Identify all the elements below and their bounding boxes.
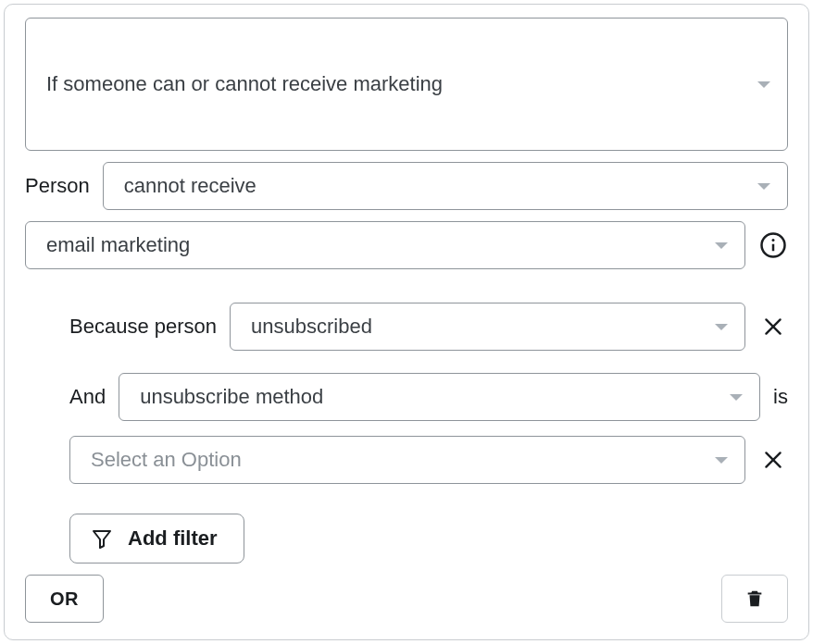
person-row: Person cannot receive: [25, 162, 788, 210]
chevron-down-icon: [757, 183, 770, 190]
person-label: Person: [25, 174, 90, 198]
reason-row: Because person unsubscribed: [69, 303, 788, 351]
receive-state-select[interactable]: cannot receive: [103, 162, 788, 210]
or-label: OR: [50, 588, 79, 609]
and-label: And: [69, 385, 106, 409]
filter-icon: [91, 527, 113, 550]
chevron-down-icon: [715, 324, 728, 330]
add-filter-button[interactable]: Add filter: [69, 514, 244, 564]
is-label: is: [773, 385, 788, 409]
method-value-placeholder: Select an Option: [91, 448, 242, 472]
svg-marker-7: [94, 531, 110, 548]
channel-row: email marketing: [25, 221, 788, 269]
chevron-down-icon: [715, 457, 728, 464]
filter-panel: If someone can or cannot receive marketi…: [4, 4, 809, 640]
svg-point-2: [772, 239, 775, 242]
channel-select[interactable]: email marketing: [25, 221, 745, 269]
method-value-select[interactable]: Select an Option: [69, 436, 745, 484]
receive-state-value: cannot receive: [124, 174, 256, 198]
reason-select[interactable]: unsubscribed: [230, 303, 745, 351]
delete-button[interactable]: [721, 575, 788, 623]
method-field-select[interactable]: unsubscribe method: [119, 373, 760, 421]
panel-footer: OR: [25, 575, 788, 623]
remove-method-button[interactable]: [758, 445, 788, 475]
chevron-down-icon: [757, 81, 770, 88]
channel-value: email marketing: [46, 233, 190, 257]
method-field-value: unsubscribe method: [140, 385, 323, 409]
add-filter-label: Add filter: [128, 526, 218, 551]
remove-reason-button[interactable]: [758, 312, 788, 341]
or-button[interactable]: OR: [25, 575, 104, 623]
condition-type-select[interactable]: If someone can or cannot receive marketi…: [25, 18, 788, 151]
info-icon[interactable]: [758, 230, 788, 260]
chevron-down-icon: [730, 394, 743, 401]
trash-icon: [744, 588, 765, 609]
method-row: And unsubscribe method is Select an Opti…: [69, 373, 788, 484]
sub-conditions: Because person unsubscribed And unsubscr…: [25, 280, 788, 564]
chevron-down-icon: [715, 242, 728, 249]
because-label: Because person: [69, 315, 217, 339]
condition-type-value: If someone can or cannot receive marketi…: [46, 72, 443, 96]
reason-value: unsubscribed: [251, 315, 372, 339]
